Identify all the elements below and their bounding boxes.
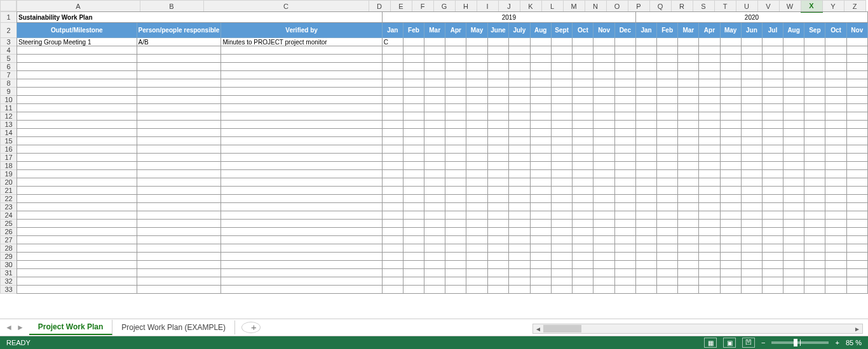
header-cell[interactable]: Verified by — [221, 23, 382, 38]
cell-V14[interactable] — [763, 129, 783, 137]
cell-C4[interactable] — [221, 46, 382, 55]
cell-T5[interactable] — [720, 55, 741, 63]
cell-Z17[interactable] — [846, 154, 867, 162]
cell-C9[interactable] — [221, 88, 382, 96]
add-sheet-button[interactable]: + — [241, 322, 261, 333]
cell-V8[interactable] — [763, 79, 783, 88]
cell-A6[interactable] — [17, 63, 137, 71]
cell-X15[interactable] — [804, 137, 825, 145]
row-header-30[interactable]: 30 — [1, 261, 17, 269]
cell-A3[interactable]: Steering Group Meeting 1 — [17, 38, 137, 46]
cell-B22[interactable] — [137, 195, 221, 203]
cell-P11[interactable] — [635, 104, 656, 112]
cell-T14[interactable] — [720, 129, 741, 137]
cell-I7[interactable] — [487, 71, 509, 79]
cell-J3[interactable] — [509, 38, 530, 46]
cell-H15[interactable] — [466, 137, 487, 145]
cell-K9[interactable] — [530, 88, 551, 96]
column-header-R[interactable]: R — [671, 1, 693, 12]
cell-O7[interactable] — [614, 71, 635, 79]
header-cell[interactable]: Aug — [783, 23, 804, 38]
cell-S16[interactable] — [699, 145, 720, 154]
cell-U25[interactable] — [741, 220, 762, 228]
cell-I8[interactable] — [487, 79, 509, 88]
cell-Z24[interactable] — [846, 211, 867, 220]
cell-G9[interactable] — [445, 88, 466, 96]
cell-C22[interactable] — [221, 195, 382, 203]
cell-U23[interactable] — [741, 203, 762, 211]
cell-A21[interactable] — [17, 187, 137, 195]
cell-W24[interactable] — [783, 211, 804, 220]
cell-T21[interactable] — [720, 187, 741, 195]
cell-Q25[interactable] — [657, 220, 678, 228]
row-header-6[interactable]: 6 — [1, 63, 17, 71]
cell-A10[interactable] — [17, 96, 137, 104]
row-headers[interactable]: 1234567891011121314151617181920212223242… — [0, 11, 17, 294]
cell-A9[interactable] — [17, 88, 137, 96]
cell-L15[interactable] — [551, 137, 572, 145]
cell-D22[interactable] — [382, 195, 403, 203]
header-cell[interactable]: Mar — [424, 23, 445, 38]
cell-L29[interactable] — [551, 253, 572, 261]
column-header-C[interactable]: C — [203, 1, 369, 12]
cell-P24[interactable] — [635, 211, 656, 220]
cell-I18[interactable] — [487, 162, 509, 170]
cell-I24[interactable] — [487, 211, 509, 220]
header-cell[interactable]: Output/Milestone — [17, 23, 137, 38]
cell-G7[interactable] — [445, 71, 466, 79]
cell-I33[interactable] — [487, 286, 509, 294]
cell-U17[interactable] — [741, 154, 762, 162]
row-header-5[interactable]: 5 — [1, 55, 17, 63]
cell-T10[interactable] — [720, 96, 741, 104]
column-header-J[interactable]: J — [498, 1, 520, 12]
cell-H4[interactable] — [466, 46, 487, 55]
cell-L4[interactable] — [551, 46, 572, 55]
cell-N33[interactable] — [593, 286, 614, 294]
cell-Z15[interactable] — [846, 137, 867, 145]
cell-E31[interactable] — [403, 269, 424, 277]
cell-W3[interactable] — [783, 38, 804, 46]
cell-N14[interactable] — [593, 129, 614, 137]
cell-V30[interactable] — [763, 261, 783, 269]
cell-L23[interactable] — [551, 203, 572, 211]
cell-Y24[interactable] — [825, 211, 846, 220]
cell-K6[interactable] — [530, 63, 551, 71]
cell-I3[interactable] — [487, 38, 509, 46]
cell-V12[interactable] — [763, 112, 783, 121]
cell-G14[interactable] — [445, 129, 466, 137]
cell-L20[interactable] — [551, 178, 572, 187]
cell-P5[interactable] — [635, 55, 656, 63]
cell-R23[interactable] — [678, 203, 699, 211]
cell-I21[interactable] — [487, 187, 509, 195]
cell-L8[interactable] — [551, 79, 572, 88]
cell-L32[interactable] — [551, 277, 572, 286]
cell-T29[interactable] — [720, 253, 741, 261]
cell-B29[interactable] — [137, 253, 221, 261]
cell-N8[interactable] — [593, 79, 614, 88]
cell-Y33[interactable] — [825, 286, 846, 294]
cell-Y5[interactable] — [825, 55, 846, 63]
cell-Y6[interactable] — [825, 63, 846, 71]
cell-U30[interactable] — [741, 261, 762, 269]
cell-A17[interactable] — [17, 154, 137, 162]
cell-C17[interactable] — [221, 154, 382, 162]
cell-U33[interactable] — [741, 286, 762, 294]
cell-K7[interactable] — [530, 71, 551, 79]
cell-C23[interactable] — [221, 203, 382, 211]
cell-O17[interactable] — [614, 154, 635, 162]
cell-U14[interactable] — [741, 129, 762, 137]
cell-C19[interactable] — [221, 170, 382, 178]
cell-Q10[interactable] — [657, 96, 678, 104]
cell-A26[interactable] — [17, 228, 137, 236]
cell-U3[interactable] — [741, 38, 762, 46]
row-header-7[interactable]: 7 — [1, 71, 17, 79]
cell-N17[interactable] — [593, 154, 614, 162]
cell-T27[interactable] — [720, 236, 741, 244]
cell-O16[interactable] — [614, 145, 635, 154]
cell-F20[interactable] — [424, 178, 445, 187]
cell-W17[interactable] — [783, 154, 804, 162]
page-layout-view-button[interactable]: ▣ — [723, 338, 736, 348]
cell-D21[interactable] — [382, 187, 403, 195]
cell-V20[interactable] — [763, 178, 783, 187]
row-header-12[interactable]: 12 — [1, 112, 17, 121]
